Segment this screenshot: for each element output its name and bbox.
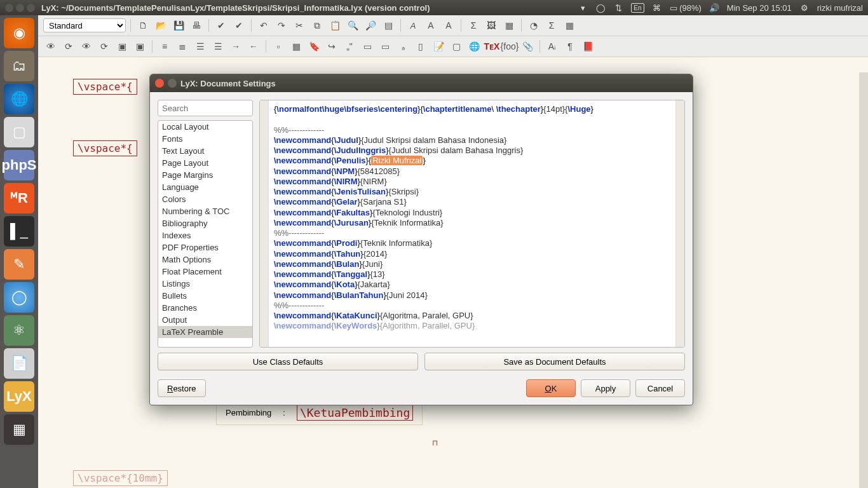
- close-window-icon[interactable]: [5, 4, 13, 12]
- view-other-icon[interactable]: ▣: [114, 39, 130, 54]
- insert-margin-icon[interactable]: ▯: [413, 39, 428, 54]
- toggle-math-toolbar-icon[interactable]: Σ: [544, 18, 559, 33]
- ok-button[interactable]: OK: [526, 379, 576, 397]
- text-style-icon[interactable]: Aᵢ: [545, 39, 560, 54]
- apply-button[interactable]: Apply: [581, 379, 630, 397]
- dialog-minimize-icon[interactable]: [168, 79, 177, 88]
- workspace-icon[interactable]: ▦: [4, 414, 34, 445]
- view-icon[interactable]: 👁: [43, 39, 58, 54]
- update-icon[interactable]: ⟳: [61, 39, 76, 54]
- save-document-defaults-button[interactable]: Save as Document Defaults: [424, 353, 685, 370]
- battery-indicator[interactable]: ▭ (98%): [670, 3, 702, 13]
- settings-item-colors[interactable]: Colors: [158, 193, 252, 205]
- dialog-titlebar[interactable]: LyX: Document Settings: [150, 74, 693, 92]
- atom-icon[interactable]: ⚛: [4, 315, 34, 346]
- settings-item-page-margins[interactable]: Page Margins: [158, 169, 252, 181]
- terminal-icon[interactable]: ▌_: [4, 216, 34, 247]
- find-replace-icon[interactable]: 🔎: [363, 18, 378, 33]
- apply-style-icon[interactable]: A: [441, 18, 456, 33]
- insert-table-icon[interactable]: ▦: [501, 18, 517, 33]
- keyboard-indicator[interactable]: En: [631, 3, 644, 13]
- insert-citation-icon[interactable]: „": [342, 39, 357, 54]
- maximize-window-icon[interactable]: [27, 4, 35, 12]
- dash-icon[interactable]: ◉: [4, 18, 34, 48]
- itemize-icon[interactable]: ≣: [175, 39, 190, 54]
- restore-button[interactable]: Restore: [158, 379, 206, 397]
- toggle-table-toolbar-icon[interactable]: ▦: [562, 18, 577, 33]
- print-icon[interactable]: 🖶: [189, 18, 204, 33]
- writer-icon[interactable]: 📄: [4, 348, 34, 379]
- update-master-icon[interactable]: ⟳: [97, 39, 112, 54]
- settings-item-numbering-toc[interactable]: Numbering & TOC: [158, 205, 252, 217]
- new-doc-icon[interactable]: 🗋: [135, 18, 151, 33]
- paragraph-settings-icon[interactable]: ¶: [562, 39, 578, 54]
- settings-item-indexes[interactable]: Indexes: [158, 229, 252, 241]
- spellcheck-continuous-icon[interactable]: ✔: [231, 18, 247, 33]
- settings-item-output[interactable]: Output: [158, 314, 252, 326]
- phpstorm-icon[interactable]: phpS: [4, 150, 34, 180]
- gimp-icon[interactable]: ✎: [4, 249, 34, 280]
- insert-nomencl-icon[interactable]: ▭: [377, 39, 393, 54]
- settings-item-bullets[interactable]: Bullets: [158, 290, 252, 302]
- cancel-button[interactable]: Cancel: [635, 379, 685, 397]
- volume-icon[interactable]: 🔊: [709, 3, 719, 13]
- noun-icon[interactable]: A: [423, 18, 438, 33]
- bluetooth-icon[interactable]: ⌘: [652, 3, 662, 13]
- user-menu[interactable]: rizki mufrizal: [817, 3, 863, 13]
- insert-table-float-icon[interactable]: ▦: [288, 39, 304, 54]
- description-icon[interactable]: ☰: [210, 39, 226, 54]
- clock[interactable]: Min Sep 20 15:01: [727, 3, 792, 13]
- settings-category-list[interactable]: Local LayoutFontsText LayoutPage LayoutP…: [158, 120, 253, 348]
- virtualbox-icon[interactable]: ▢: [4, 117, 34, 147]
- insert-box-icon[interactable]: ▢: [449, 39, 464, 54]
- dialog-close-icon[interactable]: [155, 79, 164, 88]
- paragraph-style-dropdown[interactable]: Standard: [43, 18, 126, 32]
- use-class-defaults-button[interactable]: Use Class Defaults: [158, 353, 418, 370]
- minimize-window-icon[interactable]: [16, 4, 24, 12]
- settings-search-input[interactable]: [158, 100, 253, 116]
- gear-icon[interactable]: ⚙: [799, 3, 810, 13]
- app-mr-icon[interactable]: ᴹR: [4, 183, 34, 214]
- insert-note-icon[interactable]: 📝: [431, 39, 446, 54]
- settings-item-branches[interactable]: Branches: [158, 302, 252, 314]
- settings-item-pdf-properties[interactable]: PDF Properties: [158, 241, 252, 254]
- thesaurus-icon[interactable]: 📕: [580, 39, 595, 54]
- insert-footnote-icon[interactable]: ₐ: [395, 39, 410, 54]
- chrome-tray-icon[interactable]: ◯: [595, 3, 606, 13]
- depth-inc-icon[interactable]: →: [228, 39, 243, 54]
- ert-vspace-3[interactable]: \vspace*{10mm}: [73, 470, 168, 486]
- preamble-editor[interactable]: {\normalfont\huge\bfseries\centering}{\c…: [259, 100, 685, 348]
- open-icon[interactable]: 📂: [153, 18, 168, 33]
- list-icon[interactable]: ☰: [193, 39, 208, 54]
- firefox-icon[interactable]: 🌐: [4, 84, 34, 114]
- navigate-icon[interactable]: ▤: [381, 18, 396, 33]
- settings-item-float-placement[interactable]: Float Placement: [158, 266, 252, 278]
- settings-item-listings[interactable]: Listings: [158, 278, 252, 290]
- paste-icon[interactable]: 📋: [327, 18, 342, 33]
- emph-icon[interactable]: A: [405, 18, 421, 33]
- insert-ert-icon[interactable]: {foo}: [502, 39, 517, 54]
- depth-dec-icon[interactable]: ←: [246, 39, 261, 54]
- numbered-list-icon[interactable]: ≡: [157, 39, 172, 54]
- insert-tex-icon[interactable]: TᴇX: [484, 39, 499, 54]
- insert-crossref-icon[interactable]: ↪: [324, 39, 339, 54]
- cut-icon[interactable]: ✂: [292, 18, 307, 33]
- insert-file-icon[interactable]: 📎: [520, 39, 535, 54]
- settings-item-text-layout[interactable]: Text Layout: [158, 145, 252, 157]
- spellcheck-icon[interactable]: ✔: [214, 18, 229, 33]
- settings-item-local-layout[interactable]: Local Layout: [158, 121, 252, 133]
- chromium-icon[interactable]: ◯: [4, 282, 34, 313]
- settings-item-bibliography[interactable]: Bibliography: [158, 217, 252, 229]
- undo-icon[interactable]: ↶: [256, 18, 271, 33]
- redo-icon[interactable]: ↷: [274, 18, 289, 33]
- math-icon[interactable]: Σ: [466, 18, 481, 33]
- editor-scrollbar[interactable]: [675, 100, 684, 347]
- insert-figure-float-icon[interactable]: ▫: [271, 39, 286, 54]
- outline-icon[interactable]: ◔: [526, 18, 541, 33]
- ert-vspace-1[interactable]: \vspace*{: [73, 79, 137, 95]
- copy-icon[interactable]: ⧉: [309, 18, 325, 33]
- insert-index-icon[interactable]: ▭: [360, 39, 375, 54]
- settings-item-fonts[interactable]: Fonts: [158, 133, 252, 145]
- find-icon[interactable]: 🔍: [345, 18, 360, 33]
- view-master-icon[interactable]: 👁: [79, 39, 94, 54]
